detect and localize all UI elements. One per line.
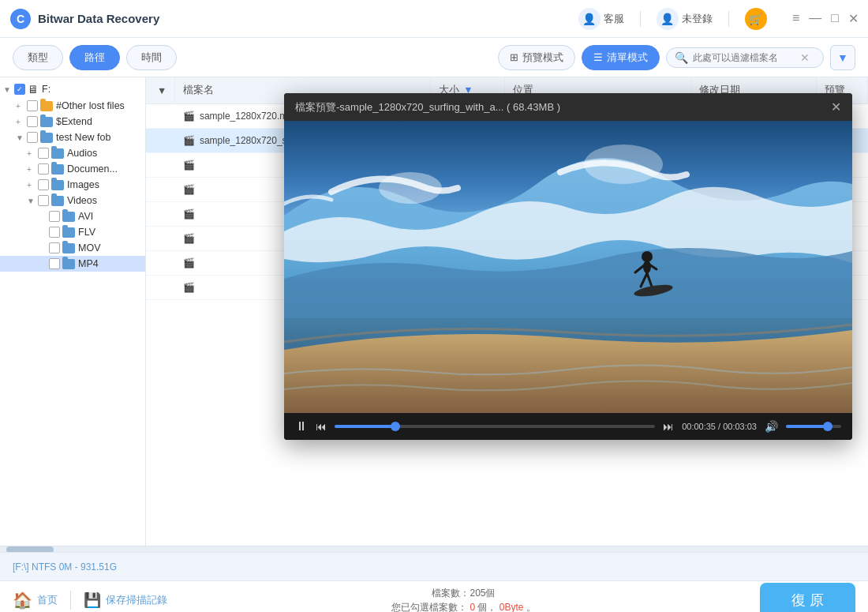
checkbox-images[interactable] — [38, 179, 49, 190]
total-time: 00:03:03 — [723, 422, 757, 431]
main-area: ▼ 🖥 F: + #Other lost files + $Extend ▼ t… — [0, 77, 868, 546]
expander-extend: + — [16, 118, 27, 126]
horizontal-scrollbar[interactable] — [0, 546, 868, 552]
expander-videos: ▼ — [27, 197, 38, 205]
file-count: 檔案數：205個 — [183, 586, 744, 600]
checkbox-root[interactable] — [14, 84, 25, 95]
tree-item-other[interactable]: + #Other lost files — [0, 98, 145, 114]
selected-info: 您已勾選檔案數： 0 個， 0Byte 。 — [183, 600, 744, 613]
tree-item-mp4[interactable]: MP4 — [0, 256, 145, 272]
row-check-1[interactable] — [146, 104, 175, 129]
checkbox-mp4[interactable] — [49, 258, 60, 269]
volume-handle[interactable] — [823, 422, 832, 431]
search-icon: 🔍 — [675, 51, 688, 64]
preview-header: 檔案預覽-sample_1280x720_surfing_with_a... (… — [284, 93, 852, 121]
folder-icon-avi — [62, 212, 75, 222]
current-time: 00:00:35 — [682, 422, 716, 431]
checkbox-mov[interactable] — [49, 242, 60, 253]
expander-images: + — [27, 181, 38, 190]
svg-point-7 — [642, 251, 653, 262]
save-scan-btn[interactable]: 💾 保存掃描記錄 — [84, 591, 167, 609]
list-icon: ☰ — [593, 51, 603, 63]
close-btn[interactable]: ✕ — [848, 11, 859, 26]
home-label: 首页 — [37, 593, 58, 607]
expander-documents: + — [27, 165, 38, 174]
tab-type[interactable]: 類型 — [13, 45, 63, 70]
tree-item-extend[interactable]: + $Extend — [0, 114, 145, 130]
hamburger-btn[interactable]: ≡ — [792, 11, 799, 26]
checkbox-documents[interactable] — [38, 163, 49, 175]
tree-label-audios: Audios — [67, 148, 97, 159]
tree-label-other: #Other lost files — [56, 100, 125, 111]
progress-handle[interactable] — [391, 422, 400, 431]
file-emoji-icon: 🎬 — [183, 111, 195, 122]
clear-search-icon[interactable]: ✕ — [800, 51, 810, 64]
customer-service-icon: 👤 — [578, 8, 600, 30]
volume-slider[interactable] — [786, 425, 841, 428]
view-preview-btn[interactable]: ⊞ 預覽模式 — [498, 45, 575, 70]
tree-label-root: F: — [42, 84, 51, 95]
cart-btn[interactable]: 🛒 — [745, 8, 767, 30]
folder-icon-videos — [51, 196, 64, 206]
preview-close-btn[interactable]: ✕ — [831, 99, 841, 115]
grid-icon: ⊞ — [510, 51, 518, 63]
checkbox-avi[interactable] — [49, 211, 60, 222]
user-icon: 👤 — [657, 8, 679, 30]
tree-item-videos[interactable]: ▼ Videos — [0, 193, 145, 208]
rewind-btn[interactable]: ⏮ — [316, 420, 327, 433]
tree-item-flv[interactable]: FLV — [0, 224, 145, 240]
svg-point-4 — [379, 172, 442, 204]
tree-item-mov[interactable]: MOV — [0, 240, 145, 256]
preview-video-area — [284, 121, 852, 413]
expander-other: + — [16, 102, 27, 111]
filter-btn[interactable]: ▼ — [830, 45, 855, 70]
folder-icon-other — [40, 101, 53, 111]
search-input[interactable] — [693, 52, 795, 63]
expander-audios: + — [27, 149, 38, 158]
tree-item-avi[interactable]: AVI — [0, 208, 145, 224]
checkbox-audios[interactable] — [38, 148, 49, 159]
pause-btn[interactable]: ⏸ — [295, 419, 308, 434]
folder-icon-testnew — [40, 133, 53, 143]
file-emoji-icon: 🎬 — [183, 257, 195, 268]
checkbox-flv[interactable] — [49, 227, 60, 238]
selected-size: 0Byte — [499, 602, 524, 613]
status-bar: [F:\] NTFS 0M - 931.51G — [0, 552, 868, 580]
titlebar-divider2 — [728, 11, 729, 27]
tab-path[interactable]: 路徑 — [69, 45, 120, 70]
forward-btn[interactable]: ⏭ — [663, 420, 674, 433]
folder-icon-mp4 — [62, 259, 75, 269]
recover-btn[interactable]: 復 原 — [760, 583, 855, 613]
tree-label-documents: Documen... — [67, 163, 118, 175]
tab-time[interactable]: 時間 — [126, 45, 177, 70]
titlebar-divider — [640, 11, 641, 27]
tree-item-images[interactable]: + Images — [0, 177, 145, 193]
view-list-btn[interactable]: ☰ 清單模式 — [582, 45, 660, 70]
tree-item-documents[interactable]: + Documen... — [0, 161, 145, 177]
checkbox-videos[interactable] — [38, 195, 49, 206]
footer-center: 檔案數：205個 您已勾選檔案數： 0 個， 0Byte 。 — [183, 586, 744, 613]
volume-icon[interactable]: 🔊 — [765, 420, 778, 433]
minimize-btn[interactable]: — — [809, 11, 821, 26]
view-preview-label: 預覽模式 — [522, 51, 563, 65]
checkbox-testnew[interactable] — [27, 132, 38, 143]
progress-fill — [335, 425, 395, 428]
tree-item-audios[interactable]: + Audios — [0, 145, 145, 161]
preview-modal: 檔案預覽-sample_1280x720_surfing_with_a... (… — [284, 93, 852, 440]
maximize-btn[interactable]: □ — [831, 11, 839, 26]
tree-item-testnew[interactable]: ▼ test New fob — [0, 130, 145, 145]
titlebar: C Bitwar Data Recovery 👤 客服 👤 未登錄 🛒 ≡ — … — [0, 0, 868, 38]
home-btn[interactable]: 🏠 首页 — [13, 591, 58, 610]
login-btn[interactable]: 👤 未登錄 — [657, 8, 713, 30]
checkbox-other[interactable] — [27, 100, 38, 111]
tree-label-mp4: MP4 — [78, 258, 99, 269]
app-title: Bitwar Data Recovery — [38, 12, 578, 25]
progress-bar[interactable] — [335, 425, 655, 428]
customer-service-btn[interactable]: 👤 客服 — [578, 8, 624, 30]
row-check-2[interactable] — [146, 129, 175, 153]
cart-icon: 🛒 — [745, 8, 767, 30]
checkbox-extend[interactable] — [27, 116, 38, 127]
file-emoji-icon: 🎬 — [183, 160, 195, 171]
preview-title: 檔案預覽-sample_1280x720_surfing_with_a... (… — [295, 100, 560, 115]
tree-item-root[interactable]: ▼ 🖥 F: — [0, 81, 145, 98]
